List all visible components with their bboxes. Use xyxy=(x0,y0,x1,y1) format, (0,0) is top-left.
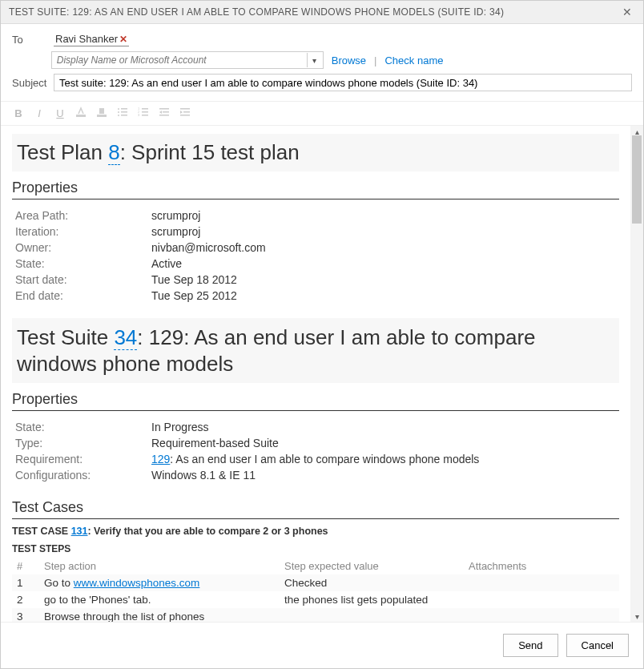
svg-rect-2 xyxy=(99,108,104,114)
table-row: 2go to the 'Phones' tab.the phones list … xyxy=(12,591,619,608)
step-action: go to the 'Phones' tab. xyxy=(39,591,280,608)
svg-point-3 xyxy=(118,108,119,110)
rich-text-toolbar: B I U 123 xyxy=(1,102,643,126)
svg-rect-1 xyxy=(97,115,107,117)
titlebar: TEST SUITE: 129: AS AN END USER I AM ABL… xyxy=(1,1,643,24)
svg-rect-20 xyxy=(180,115,190,116)
step-attachment xyxy=(464,574,619,591)
requirement-value: 129: As an end user I am able to compare… xyxy=(151,453,616,465)
step-num: 3 xyxy=(12,608,39,622)
test-plan-link[interactable]: 8 xyxy=(108,140,119,165)
identity-picker[interactable]: ▾ xyxy=(51,51,324,69)
col-action: Step action xyxy=(39,558,280,574)
svg-point-5 xyxy=(118,111,119,113)
link-separator: | xyxy=(374,54,376,66)
table-row: 1Go to www.windowsphones.comChecked xyxy=(12,574,619,591)
svg-rect-16 xyxy=(163,111,169,113)
step-link[interactable]: www.windowsphones.com xyxy=(74,577,200,589)
plan-properties-heading: Properties xyxy=(12,179,619,199)
iteration-value: scrumproj xyxy=(151,225,616,238)
recipient-chip[interactable]: Ravi Shanker ✕ xyxy=(54,32,129,46)
scrollbar[interactable]: ▴ ▾ xyxy=(630,126,643,622)
area-path-label: Area Path: xyxy=(15,209,151,222)
step-attachment xyxy=(464,591,619,608)
chevron-down-icon[interactable]: ▾ xyxy=(307,53,321,67)
owner-label: Owner: xyxy=(15,241,151,254)
bullet-list-icon[interactable] xyxy=(116,107,129,120)
requirement-link[interactable]: 129 xyxy=(151,453,170,465)
test-plan-title: Test Plan 8: Sprint 15 test plan xyxy=(12,134,619,171)
numbered-list-icon[interactable]: 123 xyxy=(137,107,150,120)
suite-type-label: Type: xyxy=(15,437,151,449)
step-num: 2 xyxy=(12,591,39,608)
start-date-value: Tue Sep 18 2012 xyxy=(151,273,616,286)
suite-properties: State: In Progress Type: Requirement-bas… xyxy=(12,417,619,493)
dialog-footer: Send Cancel xyxy=(1,622,643,668)
suite-state-value: In Progress xyxy=(151,421,616,433)
check-name-link[interactable]: Check name xyxy=(384,54,443,66)
plan-state-label: State: xyxy=(15,257,151,270)
browse-link[interactable]: Browse xyxy=(332,54,366,66)
bold-button[interactable]: B xyxy=(12,107,25,119)
indent-icon[interactable] xyxy=(179,107,191,120)
svg-rect-8 xyxy=(121,115,127,116)
to-label: To xyxy=(12,34,54,46)
step-expected: the phones list gets populated xyxy=(280,591,464,608)
email-test-suite-dialog: TEST SUITE: 129: AS AN END USER I AM ABL… xyxy=(0,0,644,669)
svg-point-7 xyxy=(118,115,119,116)
highlight-icon[interactable] xyxy=(95,107,108,120)
owner-value: nivban@microsoft.com xyxy=(151,241,616,254)
underline-button[interactable]: U xyxy=(54,107,66,119)
svg-text:3: 3 xyxy=(138,113,140,117)
window-title: TEST SUITE: 129: AS AN END USER I AM ABL… xyxy=(9,6,504,18)
test-case-header: TEST CASE 131: Verify that you are able … xyxy=(12,526,619,537)
scrollbar-thumb[interactable] xyxy=(632,135,642,224)
svg-rect-9 xyxy=(142,108,148,110)
close-icon[interactable]: ✕ xyxy=(619,6,635,18)
step-num: 1 xyxy=(12,574,39,591)
subject-input[interactable] xyxy=(54,74,632,91)
test-suite-link[interactable]: 34 xyxy=(114,325,137,350)
col-num: # xyxy=(12,558,39,574)
test-case-link[interactable]: 131 xyxy=(71,526,88,537)
send-button[interactable]: Send xyxy=(503,634,557,657)
recipient-name: Ravi Shanker xyxy=(55,33,118,45)
test-steps-heading: TEST STEPS xyxy=(12,543,619,554)
cancel-button[interactable]: Cancel xyxy=(566,634,629,657)
plan-state-value: Active xyxy=(151,257,616,270)
body-area: Test Plan 8: Sprint 15 test plan Propert… xyxy=(1,126,643,622)
svg-rect-18 xyxy=(180,108,190,110)
body-content[interactable]: Test Plan 8: Sprint 15 test plan Propert… xyxy=(1,126,630,622)
plan-properties: Area Path: scrumproj Iteration: scrumpro… xyxy=(12,206,619,313)
iteration-label: Iteration: xyxy=(15,225,151,238)
svg-rect-10 xyxy=(142,111,148,113)
svg-rect-19 xyxy=(183,111,190,113)
scroll-down-icon[interactable]: ▾ xyxy=(630,611,643,622)
suite-state-label: State: xyxy=(15,421,151,433)
configurations-label: Configurations: xyxy=(15,469,151,482)
requirement-label: Requirement: xyxy=(15,453,151,465)
identity-input[interactable] xyxy=(57,54,307,66)
col-attachments: Attachments xyxy=(464,558,619,574)
remove-recipient-icon[interactable]: ✕ xyxy=(119,34,127,45)
configurations-value: Windows 8.1 & IE 11 xyxy=(151,469,616,482)
step-action: Browse through the list of phones xyxy=(39,608,280,622)
step-action: Go to www.windowsphones.com xyxy=(39,574,280,591)
svg-rect-4 xyxy=(121,108,127,110)
font-color-icon[interactable] xyxy=(74,107,87,120)
test-suite-title: Test Suite 34: 129: As an end user I am … xyxy=(12,318,619,383)
svg-rect-6 xyxy=(121,111,127,113)
svg-rect-15 xyxy=(159,108,169,110)
italic-button[interactable]: I xyxy=(33,107,46,119)
outdent-icon[interactable] xyxy=(158,107,171,120)
start-date-label: Start date: xyxy=(15,273,151,286)
test-cases-heading: Test Cases xyxy=(12,499,619,519)
svg-rect-11 xyxy=(142,115,148,116)
step-expected xyxy=(280,608,464,622)
area-path-value: scrumproj xyxy=(151,209,616,222)
suite-properties-heading: Properties xyxy=(12,391,619,411)
step-attachment xyxy=(464,608,619,622)
suite-type-value: Requirement-based Suite xyxy=(151,437,616,449)
end-date-value: Tue Sep 25 2012 xyxy=(151,289,616,302)
step-expected: Checked xyxy=(280,574,464,591)
